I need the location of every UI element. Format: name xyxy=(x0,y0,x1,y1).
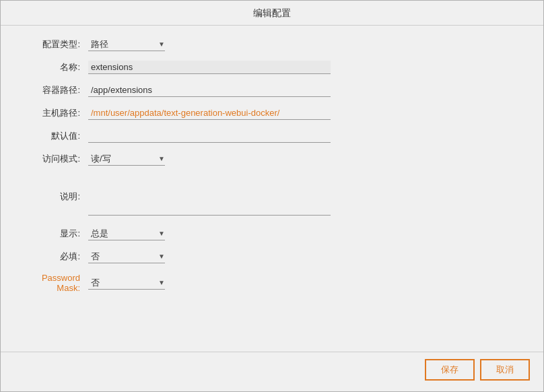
default-input[interactable] xyxy=(88,129,331,143)
access-mode-row: 访问模式: 读/写 只读 ▼ xyxy=(28,152,516,166)
container-path-label: 容器路径: xyxy=(28,84,88,96)
dialog-body: 配置类型: 路径 环境变量 设备 端口 ▼ 名称: xyxy=(1,26,543,352)
default-row: 默认值: xyxy=(28,129,516,143)
description-label: 说明: xyxy=(28,191,88,203)
cancel-button[interactable]: 取消 xyxy=(480,359,530,381)
password-mask-select[interactable]: 否 是 xyxy=(88,276,169,289)
config-type-label: 配置类型: xyxy=(28,38,88,51)
description-row: 说明: xyxy=(28,175,516,218)
default-label: 默认值: xyxy=(28,130,88,142)
required-row: 必填: 否 是 ▼ xyxy=(28,250,516,263)
password-mask-select-wrapper[interactable]: 否 是 ▼ xyxy=(88,276,165,290)
display-control: 总是 高级 从不 ▼ xyxy=(88,227,331,240)
host-path-control: /mnt/user/appdata/text-generation-webui-… xyxy=(88,106,331,120)
description-control xyxy=(88,175,331,218)
display-select[interactable]: 总是 高级 从不 xyxy=(88,227,169,240)
password-mask-control: 否 是 ▼ xyxy=(88,276,331,290)
edit-config-dialog: 编辑配置 配置类型: 路径 环境变量 设备 端口 ▼ 名称: xyxy=(0,0,544,392)
access-mode-select[interactable]: 读/写 只读 xyxy=(88,152,169,165)
display-label: 显示: xyxy=(28,228,88,240)
host-path-row: 主机路径: /mnt/user/appdata/text-generation-… xyxy=(28,106,516,120)
password-mask-row: Password Mask: 否 是 ▼ xyxy=(28,273,516,293)
container-path-control xyxy=(88,84,331,97)
name-input[interactable] xyxy=(88,61,331,74)
config-type-select-wrapper[interactable]: 路径 环境变量 设备 端口 ▼ xyxy=(88,38,165,51)
required-label: 必填: xyxy=(28,251,88,263)
description-input[interactable] xyxy=(88,175,331,216)
dialog-footer: 保存 取消 xyxy=(1,352,543,391)
container-path-row: 容器路径: xyxy=(28,84,516,97)
required-control: 否 是 ▼ xyxy=(88,250,331,263)
access-mode-label: 访问模式: xyxy=(28,153,88,165)
config-type-select[interactable]: 路径 环境变量 设备 端口 xyxy=(88,38,169,51)
container-path-input[interactable] xyxy=(88,84,331,97)
name-row: 名称: xyxy=(28,61,516,74)
default-control xyxy=(88,129,331,143)
name-label: 名称: xyxy=(28,61,88,73)
display-row: 显示: 总是 高级 从不 ▼ xyxy=(28,227,516,240)
save-button[interactable]: 保存 xyxy=(425,359,475,381)
access-mode-control: 读/写 只读 ▼ xyxy=(88,152,331,166)
name-control xyxy=(88,61,331,74)
required-select-wrapper[interactable]: 否 是 ▼ xyxy=(88,250,165,263)
host-path-value: /mnt/user/appdata/text-generation-webui-… xyxy=(88,106,331,120)
access-mode-select-wrapper[interactable]: 读/写 只读 ▼ xyxy=(88,152,165,166)
config-type-control: 路径 环境变量 设备 端口 ▼ xyxy=(88,38,331,51)
password-mask-label: Password Mask: xyxy=(28,273,88,293)
host-path-label: 主机路径: xyxy=(28,107,88,119)
display-select-wrapper[interactable]: 总是 高级 从不 ▼ xyxy=(88,227,165,240)
required-select[interactable]: 否 是 xyxy=(88,250,169,263)
dialog-title: 编辑配置 xyxy=(1,1,543,26)
config-type-row: 配置类型: 路径 环境变量 设备 端口 ▼ xyxy=(28,38,516,51)
